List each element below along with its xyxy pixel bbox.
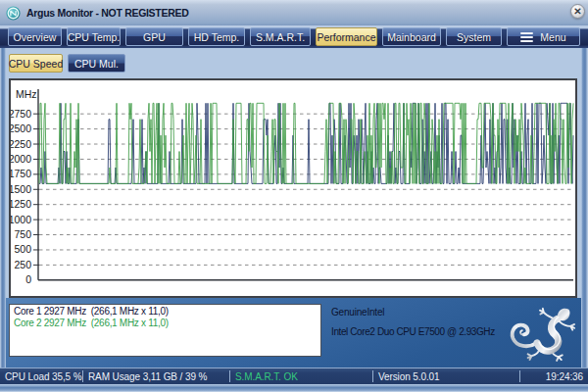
tab-overview[interactable]: Overview (8, 27, 62, 46)
tab-mainboard[interactable]: Mainboard (382, 27, 441, 46)
svg-text:0: 0 (25, 273, 31, 285)
title-bar[interactable]: Argus Monitor - NOT REGISTERED ✕ (0, 0, 588, 25)
tab-label: HD Temp. (194, 31, 240, 43)
status-ram-usage: RAM Usage 3,11 GB / 39 % (83, 371, 229, 382)
svg-text:1750: 1750 (11, 168, 31, 179)
tab-performance[interactable]: Performance (316, 27, 377, 46)
svg-text:750: 750 (14, 228, 31, 240)
status-cpu-load: CPU Load 35,5 % (0, 371, 82, 382)
argus-logo-icon (6, 6, 21, 21)
tab-smart[interactable]: S.M.A.R.T. (250, 27, 311, 46)
tab-system[interactable]: System (446, 27, 502, 46)
svg-text:1500: 1500 (11, 183, 31, 195)
status-version: Version 5.0.01 (373, 371, 519, 382)
svg-text:2500: 2500 (11, 122, 31, 134)
close-button[interactable]: ✕ (570, 4, 585, 19)
status-clock: 19:24:36 (520, 371, 588, 382)
hamburger-icon (520, 30, 533, 44)
sub-tab-bar: CPU Speed CPU Mul. (9, 54, 130, 73)
main-tab-bar: Overview CPU Temp. GPU HD Temp. S.M.A.R.… (0, 25, 588, 48)
window-title: Argus Monitor - NOT REGISTERED (26, 7, 188, 19)
tab-gpu[interactable]: GPU (125, 27, 183, 46)
close-icon: ✕ (573, 7, 581, 17)
tab-label: Mainboard (387, 31, 436, 43)
tab-label: Overview (14, 31, 57, 43)
status-smart: S.M.A.R.T. OK (230, 371, 372, 382)
tab-label: Menu (540, 31, 565, 43)
svg-text:1250: 1250 (11, 198, 31, 210)
subtab-label: CPU Speed (9, 58, 63, 70)
status-bar: CPU Load 35,5 % RAM Usage 3,11 GB / 39 %… (0, 368, 588, 384)
svg-text:2250: 2250 (11, 138, 31, 150)
tab-label: GPU (143, 31, 166, 43)
window-frame-right (581, 24, 588, 392)
svg-text:2000: 2000 (11, 153, 31, 165)
gecko-logo (502, 304, 576, 362)
cpu-id-panel: GenuineIntel Intel Core2 Duo CPU E7500 @… (330, 302, 579, 367)
bottom-info-zone: Core 1 2927 MHz (266,1 MHz x 11,0) Core … (6, 298, 581, 368)
svg-text:1000: 1000 (11, 214, 31, 225)
core-info-box: Core 1 2927 MHz (266,1 MHz x 11,0) Core … (9, 304, 321, 357)
svg-text:250: 250 (14, 259, 31, 270)
cpu-speed-line-chart: 0250500750100012501500175020002250250027… (11, 80, 575, 296)
cpu-model-text: Intel Core2 Duo CPU E7500 @ 2.93GHz (331, 326, 495, 337)
core2-frequency-text: Core 2 2927 MHz (266,1 MHz x 11,0) (14, 318, 320, 329)
app-window: Argus Monitor - NOT REGISTERED ✕ Overvie… (0, 0, 588, 392)
svg-text:2750: 2750 (11, 108, 31, 120)
cpu-speed-chart: 0250500750100012501500175020002250250027… (9, 78, 577, 298)
tab-label: S.M.A.R.T. (256, 31, 305, 43)
tab-label: Performance (317, 31, 375, 43)
tab-cpu-temp[interactable]: CPU Temp. (67, 27, 121, 46)
subtab-cpu-mul[interactable]: CPU Mul. (68, 54, 125, 73)
subtab-label: CPU Mul. (74, 58, 119, 70)
tab-label: CPU Temp. (68, 31, 121, 43)
subtab-cpu-speed[interactable]: CPU Speed (9, 54, 63, 73)
svg-text:500: 500 (14, 243, 31, 255)
window-frame-bottom (0, 384, 588, 392)
svg-text:MHz: MHz (16, 88, 37, 100)
tab-hd-temp[interactable]: HD Temp. (188, 27, 245, 46)
core1-frequency-text: Core 1 2927 MHz (266,1 MHz x 11,0) (14, 306, 320, 318)
tab-menu[interactable]: Menu (507, 27, 580, 46)
tab-label: System (457, 31, 491, 43)
cpu-vendor-text: GenuineIntel (331, 307, 384, 318)
